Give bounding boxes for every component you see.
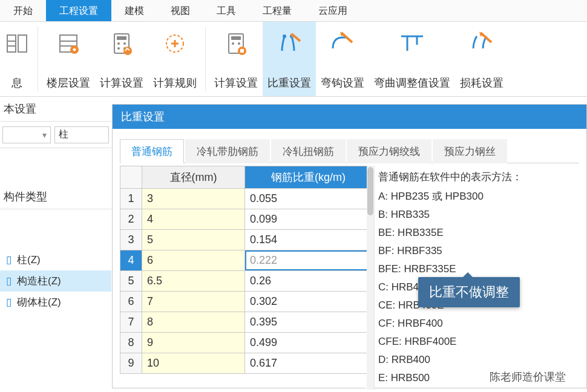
cell-index: 3 xyxy=(120,230,142,250)
table-row[interactable]: 2 4 0.099 xyxy=(120,209,372,230)
callout-tooltip: 比重不做调整 xyxy=(418,277,520,307)
table-row[interactable]: 6 7 0.302 xyxy=(120,292,372,312)
tree-item-1[interactable]: ▯ 构造柱(Z) xyxy=(0,270,111,292)
ribbon-calc-rule[interactable]: 计算规则 xyxy=(148,22,202,96)
table-row[interactable]: 5 6.5 0.26 xyxy=(120,271,372,292)
ribbon-hook[interactable]: 弯钩设置 xyxy=(316,22,369,96)
cell-weight[interactable]: 0.617 xyxy=(245,353,372,374)
tree-item-0[interactable]: ▯ 柱(Z) xyxy=(0,249,111,270)
ribbon-separator xyxy=(38,27,38,91)
legend-line: BF: HRBF335 xyxy=(378,242,576,260)
col-weight-header[interactable]: 钢筋比重(kg/m) xyxy=(245,166,372,189)
svg-point-11 xyxy=(123,42,126,45)
ribbon-label: 息 xyxy=(11,76,22,90)
tab-1[interactable]: 冷轧带肋钢筋 xyxy=(185,139,270,163)
svg-rect-0 xyxy=(7,35,16,52)
table-row[interactable]: 4 6 xyxy=(120,250,372,271)
weight-icon xyxy=(275,29,304,58)
masonry-icon: ▯ xyxy=(2,296,15,309)
ribbon-label: 损耗设置 xyxy=(460,76,503,90)
weight-dialog: 比重设置 普通钢筋冷轧带肋钢筋冷轧扭钢筋预应力钢绞线预应力钢丝 直径(mm) 钢… xyxy=(112,104,587,388)
left-panel: 本设置 ▾ 柱 构件类型 ▯ 柱(Z)▯ 构造柱(Z)▯ 砌体柱(Z) xyxy=(0,97,112,392)
ribbon-calc2[interactable]: 计算设置 xyxy=(209,22,263,96)
tree-item-label: 构造柱(Z) xyxy=(17,274,61,288)
svg-point-24 xyxy=(283,34,286,38)
legend-line: BE: HRB335E xyxy=(378,224,576,242)
tab-0[interactable]: 普通钢筋 xyxy=(120,139,184,163)
section-basic-settings: 本设置 xyxy=(0,97,111,122)
ribbon-label: 计算规则 xyxy=(153,76,197,90)
tree-item-label: 柱(Z) xyxy=(17,253,41,267)
cell-weight[interactable]: 0.154 xyxy=(245,230,372,250)
legend-line: D: RRB400 xyxy=(378,351,576,369)
cell-weight[interactable]: 0.055 xyxy=(245,189,372,209)
category-toolbar: ▾ 柱 xyxy=(0,122,111,148)
bend-adj-icon xyxy=(398,29,427,58)
svg-point-14 xyxy=(123,47,132,55)
ribbon-basic-info[interactable]: 息 xyxy=(0,22,34,96)
ribbon-bend-adj[interactable]: 弯曲调整值设置 xyxy=(369,22,455,96)
cell-diameter[interactable]: 8 xyxy=(142,312,245,333)
cell-diameter[interactable]: 6 xyxy=(142,250,245,271)
legend-line: CFE: HRBF400E xyxy=(378,333,576,351)
svg-rect-19 xyxy=(231,36,241,40)
svg-rect-1 xyxy=(18,35,27,52)
ribbon-label: 计算设置 xyxy=(214,76,258,90)
cell-index: 1 xyxy=(120,189,142,209)
panel-wrap: 比重设置 普通钢筋冷轧带肋钢筋冷轧扭钢筋预应力钢绞线预应力钢丝 直径(mm) 钢… xyxy=(112,97,587,392)
cell-diameter[interactable]: 4 xyxy=(142,209,245,230)
ribbon-calc[interactable]: 计算设置 xyxy=(95,22,148,96)
cell-diameter[interactable]: 7 xyxy=(142,292,245,312)
table-scrollbar[interactable] xyxy=(367,166,374,390)
tab-2[interactable]: 冷轧扭钢筋 xyxy=(271,139,346,163)
ribbon-loss[interactable]: 损耗设置 xyxy=(455,22,508,96)
tree-item-label: 砌体柱(Z) xyxy=(17,295,61,309)
svg-point-20 xyxy=(232,42,234,45)
cell-weight[interactable]: 0.26 xyxy=(245,271,372,292)
menu-item-6[interactable]: 云应用 xyxy=(305,0,361,21)
svg-rect-9 xyxy=(117,36,126,40)
dialog-title: 比重设置 xyxy=(113,105,586,129)
cell-weight[interactable]: 0.302 xyxy=(245,292,372,312)
svg-point-21 xyxy=(238,42,240,45)
cell-weight[interactable]: 0.499 xyxy=(245,333,372,353)
col-diameter-header[interactable]: 直径(mm) xyxy=(142,166,245,189)
menu-item-4[interactable]: 工具 xyxy=(203,0,249,21)
tab-3[interactable]: 预应力钢绞线 xyxy=(347,139,431,163)
ribbon-label: 楼层设置 xyxy=(47,76,90,90)
table-row[interactable]: 7 8 0.395 xyxy=(120,312,372,333)
dialog-body: 普通钢筋冷轧带肋钢筋冷轧扭钢筋预应力钢绞线预应力钢丝 直径(mm) 钢筋比重(k… xyxy=(113,129,586,390)
ribbon-floor[interactable]: 楼层设置 xyxy=(42,22,95,96)
small-dropdown[interactable]: ▾ xyxy=(2,126,51,143)
cell-diameter[interactable]: 10 xyxy=(142,353,245,374)
category-dropdown[interactable]: 柱 xyxy=(54,126,109,143)
cell-weight[interactable]: 0.395 xyxy=(245,312,372,333)
constr-icon: ▯ xyxy=(2,275,15,287)
tab-4[interactable]: 预应力钢丝 xyxy=(433,139,507,163)
cell-weight[interactable]: 0.099 xyxy=(245,209,372,230)
svg-point-12 xyxy=(117,47,120,50)
cell-index: 4 xyxy=(120,250,142,271)
ribbon-weight[interactable]: 比重设置 xyxy=(263,22,316,96)
menu-item-2[interactable]: 建模 xyxy=(111,0,157,21)
cell-index: 2 xyxy=(120,209,142,230)
table-scrollbar-thumb[interactable] xyxy=(367,167,373,215)
ribbon-label: 弯钩设置 xyxy=(321,76,364,90)
table-row[interactable]: 9 10 0.617 xyxy=(120,353,372,374)
cell-diameter[interactable]: 9 xyxy=(142,333,245,353)
menu-item-3[interactable]: 视图 xyxy=(157,0,203,21)
menu-item-0[interactable]: 开始 xyxy=(0,0,46,21)
menu-item-5[interactable]: 工程量 xyxy=(249,0,305,21)
cell-diameter[interactable]: 5 xyxy=(142,230,245,250)
table-row[interactable]: 3 5 0.154 xyxy=(120,230,372,250)
menu-item-1[interactable]: 工程设置 xyxy=(46,0,111,21)
legend-line: BFE: HRBF335E xyxy=(378,260,576,278)
cell-diameter[interactable]: 6.5 xyxy=(142,271,245,292)
floor-icon xyxy=(54,29,83,58)
table-row[interactable]: 1 3 0.055 xyxy=(120,189,372,209)
table-row[interactable]: 8 9 0.499 xyxy=(120,333,372,353)
col-index-header xyxy=(120,166,142,189)
weight-input[interactable] xyxy=(245,250,372,270)
tree-item-2[interactable]: ▯ 砌体柱(Z) xyxy=(0,292,111,313)
cell-diameter[interactable]: 3 xyxy=(142,189,245,209)
